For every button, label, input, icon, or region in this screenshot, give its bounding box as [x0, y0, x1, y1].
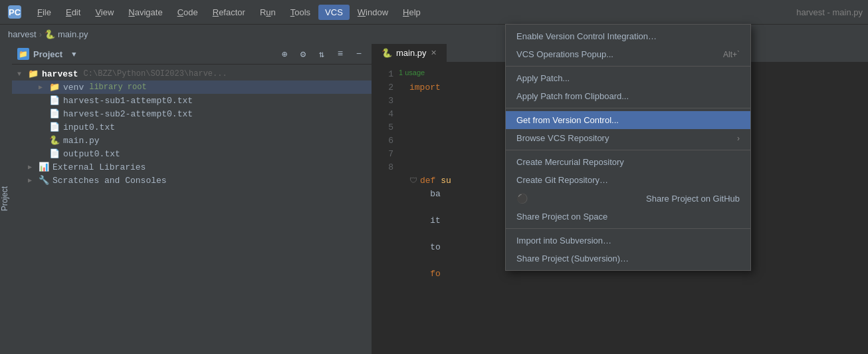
tree-item-name: venv: [63, 83, 84, 92]
menu-item-label: Apply Patch from Clipboard...: [516, 91, 629, 101]
tree-item-name: External Libraries: [53, 162, 146, 172]
menu-separator: [506, 66, 750, 67]
menu-separator: [506, 228, 750, 229]
menu-item-apply-patch-clipboard[interactable]: Apply Patch from Clipboard...: [506, 87, 750, 105]
github-icon: ⚫: [516, 193, 528, 204]
tree-item[interactable]: 📄 input0.txt: [12, 120, 372, 134]
tree-item-name: harvest-sub2-attempt0.txt: [63, 109, 193, 119]
menu-refactor[interactable]: Refactor: [206, 5, 252, 20]
menu-item-label: Share Project on GitHub: [646, 194, 740, 204]
app-logo: PC: [5, 3, 24, 21]
submenu-arrow-icon: ›: [737, 134, 740, 143]
menu-item-vcs-operations[interactable]: VCS Operations Popup... Alt+`: [506, 45, 750, 63]
tree-item-name: harvest-sub1-attempt0.txt: [63, 96, 193, 106]
menu-help[interactable]: Help: [396, 5, 427, 20]
svg-text:PC: PC: [9, 7, 21, 17]
tree-item-mainpy[interactable]: 🐍 main.py: [12, 134, 372, 147]
libraries-icon: 📊: [39, 162, 49, 172]
tree-item-venv[interactable]: ▶ 📁 venv library root: [12, 81, 372, 94]
panel-toolbar: 📁 Project ▼ ⊕ ⚙ ⇅ ≡ −: [12, 44, 372, 65]
panel-dropdown-btn[interactable]: ▼: [72, 49, 76, 59]
add-btn[interactable]: ⊕: [277, 47, 292, 61]
menu-item-label: Import into Subversion…: [516, 236, 611, 246]
breadcrumb-file-icon: 🐍: [45, 29, 55, 39]
tree-item[interactable]: 📄 output0.txt: [12, 147, 372, 160]
tree-item-name: input0.txt: [63, 122, 115, 132]
menu-window[interactable]: Window: [351, 5, 395, 20]
tree-item-extlibs[interactable]: ▶ 📊 External Libraries: [12, 160, 372, 174]
file-icon: 📄: [49, 95, 60, 106]
menu-item-share-space[interactable]: Share Project on Space: [506, 208, 750, 226]
panel-folder-icon: 📁: [17, 48, 29, 60]
menu-item-create-mercurial[interactable]: Create Mercurial Repository: [506, 153, 750, 171]
menu-item-label: Browse VCS Repository: [516, 133, 609, 143]
menu-file[interactable]: File: [31, 5, 58, 20]
menu-item-share-subversion[interactable]: Share Project (Subversion)…: [506, 250, 750, 267]
file-icon: 📄: [49, 148, 60, 159]
folder-icon: 📁: [49, 82, 60, 92]
tree-item-name: main.py: [63, 136, 100, 146]
menu-item-label: Create Git Repository…: [516, 175, 608, 185]
menubar: PC File Edit View Navigate Code Refactor…: [0, 0, 868, 24]
scratches-icon: 🔧: [39, 175, 49, 186]
tree-item[interactable]: 📄 harvest-sub1-attempt0.txt: [12, 94, 372, 107]
menu-separator: [506, 150, 750, 150]
collapse-icon[interactable]: ≡: [333, 47, 348, 61]
minimize-icon[interactable]: −: [352, 47, 366, 61]
menu-item-import-subversion[interactable]: Import into Subversion…: [506, 232, 750, 250]
tab-file-icon: 🐍: [381, 48, 392, 58]
breadcrumb-project[interactable]: harvest: [8, 29, 37, 39]
menu-item-shortcut: Alt+`: [723, 50, 740, 59]
gear-icon[interactable]: ⚙: [296, 47, 310, 61]
project-side-tab[interactable]: Project: [0, 182, 11, 215]
menu-item-enable-vcs[interactable]: Enable Version Control Integration…: [506, 27, 750, 45]
tab-label: main.py: [396, 48, 427, 58]
menu-item-create-git[interactable]: Create Git Repository…: [506, 171, 750, 189]
window-title: harvest - main.py: [796, 7, 863, 17]
tree-item-scratches[interactable]: ▶ 🔧 Scratches and Consoles: [12, 174, 372, 187]
menu-tools[interactable]: Tools: [284, 5, 317, 20]
menu-item-label: Create Mercurial Repository: [516, 157, 624, 167]
file-tree: ▼ 📁 harvest C:\BZZ\Python\SOI2023\harve.…: [12, 65, 372, 354]
menu-item-apply-patch[interactable]: Apply Patch...: [506, 69, 750, 87]
tree-item-meta: library root: [89, 83, 146, 92]
tree-item[interactable]: 📄 harvest-sub2-attempt0.txt: [12, 107, 372, 120]
menu-item-label: Share Project (Subversion)…: [516, 254, 629, 264]
menu-item-label: Apply Patch...: [516, 73, 570, 83]
menu-vcs[interactable]: VCS: [318, 5, 350, 20]
menu-item-label: Get from Version Control...: [516, 115, 619, 125]
menu-navigate[interactable]: Navigate: [122, 5, 169, 20]
menu-run[interactable]: Run: [253, 5, 282, 20]
menu-edit[interactable]: Edit: [59, 5, 87, 20]
tree-item-name: output0.txt: [63, 149, 120, 159]
tree-root[interactable]: ▼ 📁 harvest C:\BZZ\Python\SOI2023\harve.…: [12, 67, 372, 81]
menu-separator: [506, 108, 750, 108]
usage-hint: 1 usage: [399, 68, 425, 78]
menu-item-label: Share Project on Space: [516, 212, 607, 222]
menu-item-label: VCS Operations Popup...: [516, 49, 613, 59]
tree-root-name: harvest: [42, 69, 78, 79]
scroll-from-source-icon[interactable]: ⇅: [314, 47, 329, 61]
python-file-icon: 🐍: [49, 135, 60, 146]
menu-code[interactable]: Code: [171, 5, 205, 20]
line-numbers: 1 2 3 4 5 6 7 8: [372, 63, 399, 354]
folder-icon: 📁: [28, 69, 39, 79]
tab-mainpy[interactable]: 🐍 main.py ✕: [372, 44, 447, 62]
tab-close-btn[interactable]: ✕: [431, 49, 437, 57]
file-icon: 📄: [49, 122, 60, 132]
tree-item-name: Scratches and Consoles: [53, 176, 167, 186]
menu-item-get-from-vcs[interactable]: Get from Version Control...: [506, 111, 750, 129]
panel-title: Project: [33, 49, 62, 59]
tree-root-path: C:\BZZ\Python\SOI2023\harve...: [84, 69, 227, 79]
file-icon: 📄: [49, 108, 60, 119]
menu-item-browse-vcs[interactable]: Browse VCS Repository ›: [506, 129, 750, 147]
project-panel: Project 📁 Project ▼ ⊕ ⚙ ⇅ ≡ −: [0, 44, 372, 354]
breadcrumb-separator: ›: [39, 29, 42, 39]
menu-view[interactable]: View: [88, 5, 120, 20]
breadcrumb-file[interactable]: main.py: [58, 29, 88, 39]
menu-item-share-github[interactable]: ⚫ Share Project on GitHub: [506, 189, 750, 208]
menu-item-label: Enable Version Control Integration…: [516, 31, 657, 41]
vcs-dropdown-menu: Enable Version Control Integration… VCS …: [505, 24, 751, 271]
